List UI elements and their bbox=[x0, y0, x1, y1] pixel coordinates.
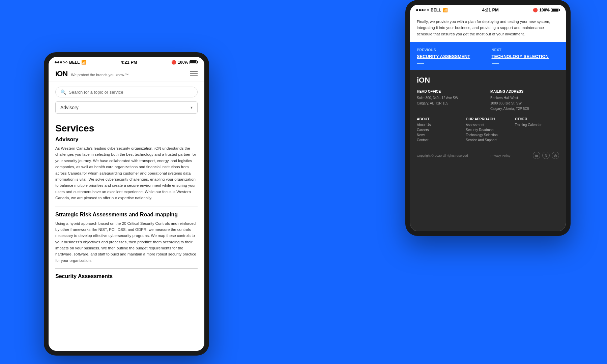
status-right: 🔴 100% bbox=[171, 60, 198, 65]
hamburger-line-1 bbox=[190, 71, 198, 72]
content-divider-2 bbox=[55, 268, 198, 269]
head-office-addr2: Calgary, AB T2R 1L5 bbox=[417, 101, 486, 106]
right-bt-icon: 🔴 bbox=[533, 8, 538, 12]
other-col: OTHER Training Calendar bbox=[515, 117, 559, 143]
right-signal-dots bbox=[416, 9, 429, 11]
carrier-label: BELL bbox=[69, 60, 80, 65]
other-heading: OTHER bbox=[515, 117, 559, 121]
nav-next-col: NEXT TECHNOLOGY SELECTION bbox=[492, 48, 559, 64]
bluetooth-icon: 🔴 bbox=[171, 60, 176, 65]
app-navbar: iON We protect the brands you know.™ bbox=[49, 66, 204, 82]
hamburger-menu-icon[interactable] bbox=[190, 71, 198, 76]
wifi-icon: 📶 bbox=[81, 60, 86, 65]
approach-link-2[interactable]: Security Roadmap bbox=[466, 128, 510, 132]
approach-link-1[interactable]: Assessment bbox=[466, 123, 510, 127]
right-top-content: Finally, we provide you with a plan for … bbox=[410, 14, 566, 42]
approach-link-3[interactable]: Technology Selection bbox=[466, 133, 510, 137]
status-bar-right: BELL 📶 4:21 PM 🔴 100% bbox=[410, 5, 566, 14]
footer-logo: iON bbox=[417, 76, 559, 85]
content-scroll[interactable]: Services Advisory As Western Canada's le… bbox=[49, 118, 204, 351]
services-heading: Services bbox=[55, 123, 198, 134]
advisory-text: As Western Canada's leading cybersecurit… bbox=[55, 145, 198, 201]
search-input[interactable] bbox=[69, 90, 193, 95]
footer-address-cols: HEAD OFFICE Suite 300, 340 - 12 Ave SW C… bbox=[417, 89, 559, 112]
tablet-right-screen: BELL 📶 4:21 PM 🔴 100% Finally, we provid… bbox=[410, 5, 566, 231]
dot3 bbox=[60, 61, 62, 63]
nav-divider bbox=[488, 48, 488, 64]
instagram-icon[interactable]: ◎ bbox=[552, 152, 559, 159]
nav-next-line bbox=[492, 63, 499, 64]
hamburger-line-2 bbox=[190, 73, 198, 74]
head-office-heading: HEAD OFFICE bbox=[417, 89, 486, 93]
nav-next-label: NEXT bbox=[492, 48, 559, 52]
right-battery-icon bbox=[551, 8, 560, 12]
linkedin-icon[interactable]: in bbox=[533, 152, 540, 159]
hamburger-line-3 bbox=[190, 75, 198, 76]
logo-tagline: We protect the brands you know.™ bbox=[71, 73, 129, 77]
social-icons: in 𝕏 ◎ bbox=[533, 152, 559, 159]
section2-heading: Security Assessments bbox=[55, 273, 198, 279]
battery-icon bbox=[190, 60, 198, 64]
status-left: BELL 📶 bbox=[55, 60, 86, 65]
rdot2 bbox=[419, 9, 421, 11]
other-link-1[interactable]: Training Calendar bbox=[515, 123, 559, 127]
nav-next-link[interactable]: TECHNOLOGY SELECTION bbox=[492, 54, 559, 60]
about-link-2[interactable]: Careers bbox=[417, 128, 461, 132]
right-status-right: 🔴 100% bbox=[533, 8, 560, 12]
about-heading: ABOUT bbox=[417, 117, 461, 121]
nav-section: PREVIOUS SECURITY ASSESSMENT NEXT TECHNO… bbox=[410, 42, 566, 70]
footer-bottom: Copyright © 2020 all rights reserved Pri… bbox=[417, 148, 559, 159]
nav-prev-link[interactable]: SECURITY ASSESSMENT bbox=[417, 54, 485, 60]
copyright-text: Copyright © 2020 all rights reserved bbox=[417, 154, 468, 157]
approach-heading: OUR APPROACH bbox=[466, 117, 510, 121]
section1-text: Using a hybrid approach based on the 20 … bbox=[55, 220, 198, 264]
time-display: 4:21 PM bbox=[121, 60, 137, 65]
right-top-text: Finally, we provide you with a plan for … bbox=[417, 19, 559, 37]
dot1 bbox=[55, 61, 57, 63]
about-link-4[interactable]: Contact bbox=[417, 138, 461, 142]
right-time-display: 4:21 PM bbox=[482, 7, 499, 12]
dot4 bbox=[63, 61, 65, 63]
rdot5 bbox=[427, 9, 429, 11]
tablet-left-screen: BELL 📶 4:21 PM 🔴 100% iON We protect the… bbox=[49, 57, 204, 351]
rdot3 bbox=[422, 9, 424, 11]
twitter-icon[interactable]: 𝕏 bbox=[542, 152, 550, 159]
content-divider-1 bbox=[55, 207, 198, 207]
about-col: ABOUT About Us Careers News Contact bbox=[417, 117, 461, 143]
mailing-addr3: Calgary, Alberta, T2P 5C5 bbox=[490, 106, 559, 112]
privacy-link[interactable]: Privacy Policy bbox=[490, 154, 510, 157]
approach-col: OUR APPROACH Assessment Security Roadmap… bbox=[466, 117, 510, 143]
right-carrier-label: BELL bbox=[431, 8, 441, 12]
status-bar-left: BELL 📶 4:21 PM 🔴 100% bbox=[49, 57, 204, 66]
head-office-addr1: Suite 300, 340 - 12 Ave SW bbox=[417, 95, 486, 101]
tablet-right: BELL 📶 4:21 PM 🔴 100% Finally, we provid… bbox=[405, 0, 571, 236]
approach-link-4[interactable]: Service And Support bbox=[466, 138, 510, 142]
search-section: 🔍 bbox=[49, 82, 204, 100]
mailing-addr1: Bankers Hall West bbox=[490, 95, 559, 101]
dropdown-selected-value: Advisory bbox=[60, 105, 79, 110]
app-logo: iON We protect the brands you know.™ bbox=[55, 69, 129, 78]
nav-prev-col: PREVIOUS SECURITY ASSESSMENT bbox=[417, 48, 485, 64]
advisory-subheading: Advisory bbox=[55, 136, 198, 143]
right-status-left: BELL 📶 bbox=[416, 8, 448, 12]
signal-dots bbox=[55, 61, 67, 63]
nav-prev-label: PREVIOUS bbox=[417, 48, 485, 52]
footer-head-office-col: HEAD OFFICE Suite 300, 340 - 12 Ave SW C… bbox=[417, 89, 486, 112]
category-dropdown[interactable]: Advisory ▾ bbox=[55, 101, 198, 114]
right-wifi-icon: 📶 bbox=[443, 8, 448, 12]
rdot4 bbox=[424, 9, 426, 11]
search-bar[interactable]: 🔍 bbox=[55, 87, 198, 97]
logo-text: iON We protect the brands you know.™ bbox=[55, 69, 129, 78]
dot2 bbox=[57, 61, 59, 63]
nav-prev-line bbox=[417, 63, 424, 64]
rdot1 bbox=[416, 9, 418, 11]
about-link-3[interactable]: News bbox=[417, 133, 461, 137]
about-link-1[interactable]: About Us bbox=[417, 123, 461, 127]
right-footer: iON HEAD OFFICE Suite 300, 340 - 12 Ave … bbox=[410, 70, 566, 231]
footer-mailing-col: MAILING ADDRESS Bankers Hall West 1000 8… bbox=[490, 89, 559, 112]
mailing-addr2: 1000 888 3rd St. SW bbox=[490, 101, 559, 106]
section1-heading: Strategic Risk Assessments and Road-mapp… bbox=[55, 212, 198, 218]
dropdown-section: Advisory ▾ bbox=[49, 100, 204, 118]
search-icon: 🔍 bbox=[60, 89, 66, 95]
right-battery-pct: 100% bbox=[539, 8, 550, 12]
